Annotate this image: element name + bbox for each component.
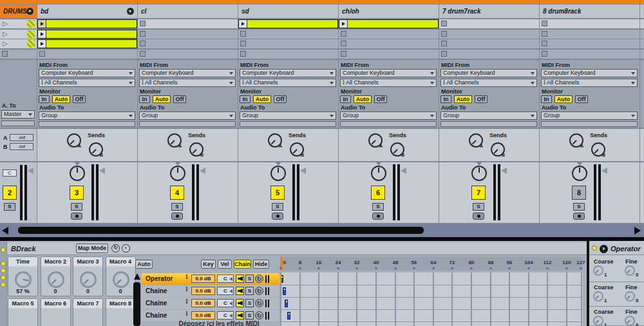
clip-slot[interactable] [339,39,439,48]
chain-volume[interactable]: 0.0 dB [191,287,215,295]
chain-activator-button[interactable] [236,311,244,320]
hot-swap-icon[interactable]: ↻ [111,244,120,253]
expand-device-icon[interactable] [600,245,608,253]
monitor-in-button[interactable]: In [541,95,552,103]
track-header[interactable]: 8 drum8rack [540,5,639,18]
clip-stop-button[interactable] [240,51,246,57]
chain-hot-swap-icon[interactable]: ↻ [255,299,263,307]
solo-button[interactable]: S [171,203,183,211]
solo-button[interactable]: S [573,203,585,211]
chain-activator-button[interactable] [236,274,244,283]
pan-knob[interactable] [170,166,185,181]
monitor-off-button[interactable]: Off [73,95,86,103]
macro-control-4[interactable]: Macro 40 [106,256,136,296]
chain-activator-button[interactable] [236,287,244,295]
auto-select-button[interactable]: Auto [135,260,153,269]
midi-channel-chooser[interactable]: ⁞All Channels [139,79,236,87]
clip-slot[interactable] [540,39,639,48]
macro-knob[interactable] [113,271,129,288]
clip-stop-button[interactable] [542,21,547,26]
solo-button[interactable]: S [4,203,15,211]
show-devices-icon[interactable] [1,275,6,280]
monitor-in-button[interactable]: In [139,95,150,103]
macro-control-2[interactable]: Macro 20 [41,256,71,296]
send-b-knob[interactable]: B [290,142,304,157]
chain-hot-swap-icon[interactable]: ↻ [255,287,263,295]
volume-fader-handle[interactable] [99,168,105,174]
track-chooser-icon[interactable] [127,8,134,15]
arm-record-button[interactable] [372,213,384,220]
clip-slot[interactable] [138,19,238,28]
audio-to-sub-chooser[interactable] [39,121,135,127]
clip-slot[interactable] [540,19,639,28]
clip-stop-button[interactable] [341,51,346,57]
audio-to-chooser[interactable]: Group [39,111,135,120]
macro-knob[interactable] [48,271,64,288]
key-zone[interactable] [285,300,288,307]
pan-knob[interactable] [70,166,85,181]
clip-slot[interactable] [238,50,338,59]
coarse-knob[interactable] [593,291,603,302]
track-activator[interactable]: 2 [3,186,17,200]
clip-slot[interactable] [37,50,137,59]
key-zone-editor[interactable] [280,273,583,326]
track-header[interactable]: cl [138,5,238,18]
chain-drag-handle[interactable]: ⁞⁞ [185,311,187,317]
send-a-knob[interactable]: A [368,133,383,148]
clip-slot[interactable] [37,30,137,39]
midi-channel-chooser[interactable]: ⁞All Channels [340,79,437,87]
midi-channel-chooser[interactable]: ⁞All Channels [440,79,537,87]
clip-slot[interactable] [439,19,539,28]
clip-body[interactable] [247,20,337,28]
clip-play-button[interactable] [339,20,348,28]
send-b-value[interactable]: -inf [10,143,33,150]
scroll-right-icon[interactable] [634,227,641,235]
chain-row[interactable]: Chaine⁞⁞0.0 dBCS↻ [142,285,279,297]
send-b-knob[interactable]: B [491,142,505,157]
chain-solo-button[interactable]: S [245,311,254,320]
clip-slot[interactable] [339,50,439,59]
map-mode-button[interactable]: Map Mode [76,244,108,253]
solo-button[interactable]: S [272,203,283,211]
session-clip[interactable] [339,19,439,28]
operator-title-bar[interactable]: Operator [589,242,644,255]
track-activator[interactable]: 5 [270,186,285,200]
chain-volume[interactable]: 0.0 dB [191,299,215,307]
show-chains-icon[interactable] [1,268,6,273]
solo-button[interactable]: S [473,203,484,211]
send-a-knob[interactable]: A [569,133,583,148]
solo-button[interactable]: S [372,203,384,211]
clip-slot[interactable] [138,39,238,48]
clip-slot[interactable] [37,19,137,28]
clip-slot[interactable] [138,50,238,59]
midi-from-chooser[interactable]: Computer Keyboard [541,69,638,77]
macro-control-3[interactable]: Macro 30 [73,256,103,296]
macro-control-7[interactable]: Macro 7 [73,298,103,326]
clip-slot[interactable] [238,19,338,28]
clip-stop-button[interactable] [441,31,447,37]
fine-knob[interactable] [625,316,635,326]
group-clip-slot[interactable]: ▷ [0,39,37,48]
scroll-left-icon[interactable] [2,227,8,235]
clip-stop-button[interactable] [542,31,547,37]
clip-body[interactable] [46,40,137,48]
clip-stop-button[interactable] [341,41,346,46]
arm-record-button[interactable] [272,213,283,220]
clip-stop-button[interactable] [240,41,246,46]
arm-record-button[interactable] [473,213,484,220]
monitor-in-button[interactable]: In [340,95,351,103]
monitor-off-button[interactable]: Off [575,95,588,103]
chain-row[interactable]: Operator⁞⁞0.0 dBCS↻ [142,273,279,285]
filter-chain-button[interactable]: Chain [234,260,251,269]
chain-activator-button[interactable] [236,299,244,307]
send-b-knob[interactable]: B [591,142,605,157]
chain-pan[interactable]: C [217,274,234,283]
monitor-auto-button[interactable]: Auto [153,95,171,103]
clip-stop-button[interactable] [140,41,146,46]
send-a-knob[interactable]: A [469,133,483,148]
chain-hot-swap-icon[interactable]: ↻ [255,311,263,320]
audio-to-sub-chooser[interactable] [240,121,336,127]
volume-fader-handle[interactable] [300,168,306,174]
audio-to-sub-chooser[interactable] [340,121,437,127]
clip-play-button[interactable] [38,30,46,38]
